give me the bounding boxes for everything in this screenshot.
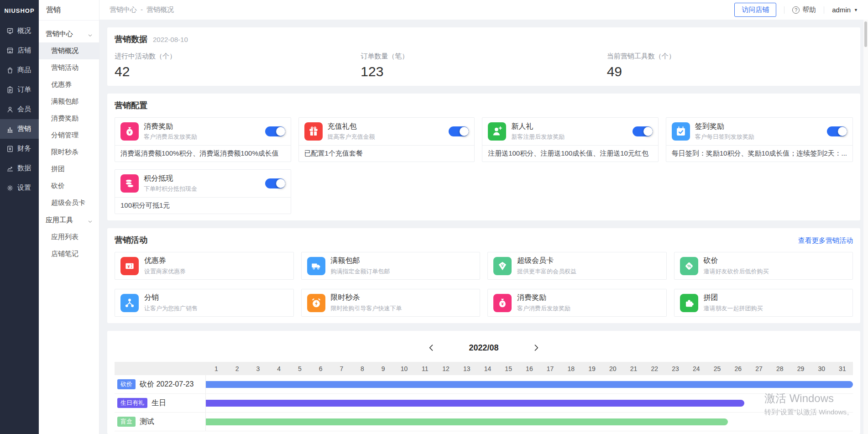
members-icon (6, 105, 14, 114)
secondary-nav-item[interactable]: 营销活动 (39, 59, 99, 76)
sidebar-item[interactable]: 订单 (0, 80, 39, 99)
toggle-switch[interactable] (265, 126, 285, 136)
nav-group-app-tools[interactable]: 应用工具 (39, 211, 99, 229)
calendar-day: 30 (811, 365, 832, 372)
secondary-nav-item[interactable]: 限时秒杀 (39, 144, 99, 161)
seckill-icon (307, 294, 325, 312)
user-menu[interactable]: admin ▼ (832, 6, 858, 14)
calendar-day: 6 (310, 365, 331, 372)
activity-type-badge: 生日有礼 (117, 398, 147, 408)
calendar-day: 20 (602, 365, 623, 372)
marketing-config-title: 营销配置 (115, 100, 147, 111)
activity-title: 砍价 (704, 256, 769, 266)
calendar-day: 1 (206, 365, 227, 372)
chevron-right-icon[interactable] (532, 343, 541, 352)
question-circle-icon: ? (792, 6, 800, 14)
gantt-bar[interactable] (206, 418, 728, 425)
gantt-bar[interactable] (206, 381, 853, 388)
moneybag-icon: ¥ (493, 294, 512, 312)
activity-item[interactable]: ¥ 消费奖励 客户消费后发放奖励 (487, 289, 667, 317)
sidebar-item-label: 营销 (17, 125, 31, 133)
calendar-day: 19 (581, 365, 602, 372)
divider (784, 6, 784, 14)
config-description: 注册送100积分、注册送100成长值、注册送10元红包 (482, 145, 658, 162)
calendar-day: 31 (832, 365, 853, 372)
orders-icon (6, 86, 14, 94)
calendar-day: 25 (707, 365, 728, 372)
secondary-nav-item[interactable]: 优惠券 (39, 76, 99, 93)
calendar-days-header: 1 2 3 4 5 6 7 (115, 362, 853, 375)
secondary-nav-item[interactable]: 消费奖励 (39, 110, 99, 127)
activity-subtitle: 购满指定金额订单包邮 (331, 267, 390, 276)
stat-label: 订单数量（笔） (361, 52, 607, 61)
stat-label: 进行中活动数（个） (115, 52, 361, 61)
visit-shop-button[interactable]: 访问店铺 (734, 3, 776, 17)
gantt-row-label: 测试 (140, 417, 154, 427)
sidebar-item[interactable]: 商品 (0, 60, 39, 80)
toggle-switch[interactable] (449, 126, 469, 136)
calendar-day: 28 (769, 365, 790, 372)
sidebar-item-label: 店铺 (17, 46, 31, 55)
sidebar-item[interactable]: 设置 (0, 178, 39, 198)
secondary-nav-item[interactable]: 砍价 (39, 178, 99, 194)
gantt-row-label: 生日 (152, 398, 166, 408)
activity-title: 消费奖励 (517, 293, 570, 303)
sidebar-item-label: 订单 (17, 85, 31, 94)
calendar-day: 7 (331, 365, 352, 372)
marketing-data-card: 营销数据 2022-08-10 进行中活动数（个） 42 订单数量（笔） 123 (107, 27, 860, 86)
toggle-switch[interactable] (633, 126, 653, 136)
config-description: 每日签到：奖励10积分、奖励10成长值；连续签到2天：... (666, 145, 852, 162)
sidebar-item[interactable]: 营销 (0, 119, 39, 139)
secondary-nav-item[interactable]: 拼团 (39, 161, 99, 178)
calendar-day: 22 (644, 365, 665, 372)
nav-group-marketing-center[interactable]: 营销中心 (39, 25, 99, 42)
gantt-row: 生日有礼 生日 (115, 394, 853, 413)
view-more-activities-link[interactable]: 查看更多营销活动 (798, 236, 853, 245)
config-card: 新人礼 新客注册后发放奖励 注册送100积分、注册送100成长值、注册送10元红… (482, 117, 659, 162)
marketing-activity-title: 营销活动 (115, 235, 147, 246)
sidebar-item[interactable]: 店铺 (0, 41, 39, 60)
stat-item: 订单数量（笔） 123 (361, 52, 607, 79)
app-window: NIUSHOP 概况 店铺 商品 (0, 0, 868, 434)
activity-type-badge: 盲盒 (117, 417, 136, 427)
moneybag-icon: ¥ (120, 122, 139, 141)
secondary-nav-item[interactable]: 满额包邮 (39, 93, 99, 110)
help-button[interactable]: ? 帮助 (792, 5, 816, 14)
secondary-nav-item[interactable]: 应用列表 (39, 229, 99, 246)
chevron-left-icon[interactable] (427, 343, 436, 352)
sidebar-item[interactable]: 概况 (0, 21, 39, 41)
toggle-switch[interactable] (827, 126, 847, 136)
config-description: 100积分可抵1元 (115, 197, 291, 214)
content: 营销数据 2022-08-10 进行中活动数（个） 42 订单数量（笔） 123 (99, 20, 868, 434)
stat-item: 进行中活动数（个） 42 (115, 52, 361, 79)
scrollbar-thumb[interactable] (864, 21, 867, 47)
activity-item[interactable]: 满额包邮 购满指定金额订单包邮 (301, 252, 481, 280)
config-subtitle: 客户每日签到发放奖励 (695, 133, 754, 141)
secondary-nav-item[interactable]: 分销管理 (39, 127, 99, 144)
secondary-nav-item[interactable]: 营销概况 (39, 42, 99, 59)
activity-item[interactable]: 拼团 邀请朋友一起拼团购买 (674, 289, 853, 317)
marketing-data-title: 营销数据 (115, 34, 147, 45)
sidebar-item[interactable]: 数据 (0, 158, 39, 178)
sidebar-item[interactable]: 会员 (0, 99, 39, 119)
activity-subtitle: 设置商家优惠券 (144, 267, 186, 276)
activity-item[interactable]: ¥ 优惠券 设置商家优惠券 (115, 252, 294, 280)
secondary-nav-item[interactable]: 店铺笔记 (39, 246, 99, 262)
svg-text:¥: ¥ (501, 302, 504, 306)
gantt-bar[interactable] (206, 400, 744, 407)
config-card: 积分抵现 下单时积分抵扣现金 100积分可抵1元 (115, 169, 291, 214)
distribution-icon (120, 294, 139, 312)
calendar-day: 9 (373, 365, 394, 372)
calendar-day: 18 (560, 365, 581, 372)
coins-icon (120, 174, 139, 193)
gift-icon (304, 122, 323, 141)
sidebar-item[interactable]: 财务 (0, 139, 39, 158)
activity-subtitle: 客户消费后发放奖励 (517, 304, 570, 313)
activity-item[interactable]: V 超级会员卡 提供更丰富的会员权益 (487, 252, 667, 280)
activity-item[interactable]: 限时秒杀 限时抢购引导客户快速下单 (301, 289, 481, 317)
secondary-nav-item[interactable]: 超级会员卡 (39, 194, 99, 211)
activity-item[interactable]: % 砍价 邀请好友砍价后低价购买 (674, 252, 853, 280)
goods-icon (6, 66, 14, 74)
toggle-switch[interactable] (265, 178, 285, 188)
activity-item[interactable]: 分销 让客户为您推广销售 (115, 289, 294, 317)
